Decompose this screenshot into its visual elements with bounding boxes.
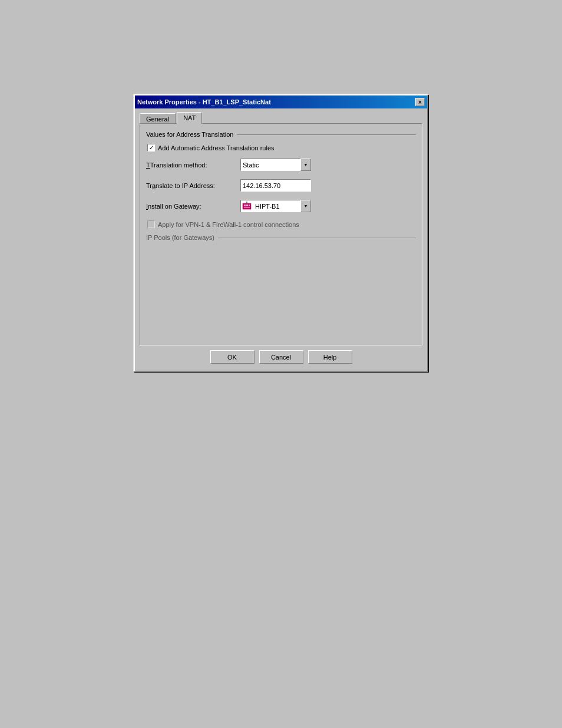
ip-pools-section: IP Pools (for Gateways)	[146, 234, 416, 241]
translate-to-ip-input[interactable]	[240, 179, 311, 192]
add-auto-rules-checkbox[interactable]	[147, 144, 155, 151]
help-button[interactable]: Help	[308, 350, 352, 364]
ip-pools-label: IP Pools (for Gateways)	[146, 234, 214, 241]
apply-vpn-row: Apply for VPN-1 & FireWall-1 control con…	[147, 220, 416, 228]
add-auto-rules-label: Add Automatic Address Translation rules	[158, 144, 275, 151]
apply-vpn-checkbox	[147, 220, 155, 228]
dialog-title: Network Properties - HT_B1_LSP_StaticNat	[137, 98, 271, 106]
translation-method-row: TTranslation method: Static Hide	[146, 159, 416, 171]
dialog-window: Network Properties - HT_B1_LSP_StaticNat…	[134, 94, 428, 372]
tab-nat[interactable]: NAT	[177, 112, 202, 124]
ok-button[interactable]: OK	[210, 350, 254, 364]
install-on-gateway-label: Install on Gateway:	[146, 203, 240, 210]
dialog-body: General NAT Values for Address Translati…	[135, 108, 427, 371]
translation-method-select[interactable]: Static Hide	[240, 159, 311, 171]
translate-to-ip-label: Translate to IP Address:	[146, 182, 240, 189]
translation-method-select-container: Static Hide	[240, 159, 311, 171]
translate-to-ip-row: Translate to IP Address:	[146, 179, 416, 192]
title-bar: Network Properties - HT_B1_LSP_StaticNat…	[135, 95, 427, 108]
tab-content-nat: Values for Address Translation Add Autom…	[140, 123, 422, 345]
button-row: OK Cancel Help	[140, 345, 422, 366]
tab-general[interactable]: General	[140, 113, 176, 124]
tabs-row: General NAT	[140, 112, 422, 124]
gateway-select-wrapper: HIPT-B1	[240, 200, 311, 212]
section-header-values: Values for Address Translation	[146, 131, 416, 138]
add-auto-rules-row: Add Automatic Address Translation rules	[147, 144, 416, 151]
ip-pools-divider	[218, 238, 416, 238]
apply-vpn-label: Apply for VPN-1 & FireWall-1 control con…	[158, 221, 299, 228]
section-divider	[237, 134, 416, 135]
install-on-gateway-row: Install on Gateway: HI	[146, 200, 416, 212]
install-on-gateway-select[interactable]: HIPT-B1	[240, 200, 311, 212]
cancel-button[interactable]: Cancel	[259, 350, 303, 364]
section-header-text: Values for Address Translation	[146, 131, 233, 138]
translation-method-label: TTranslation method:	[146, 162, 240, 169]
ip-pools-content-area	[146, 243, 416, 338]
close-button[interactable]: ×	[415, 98, 425, 106]
